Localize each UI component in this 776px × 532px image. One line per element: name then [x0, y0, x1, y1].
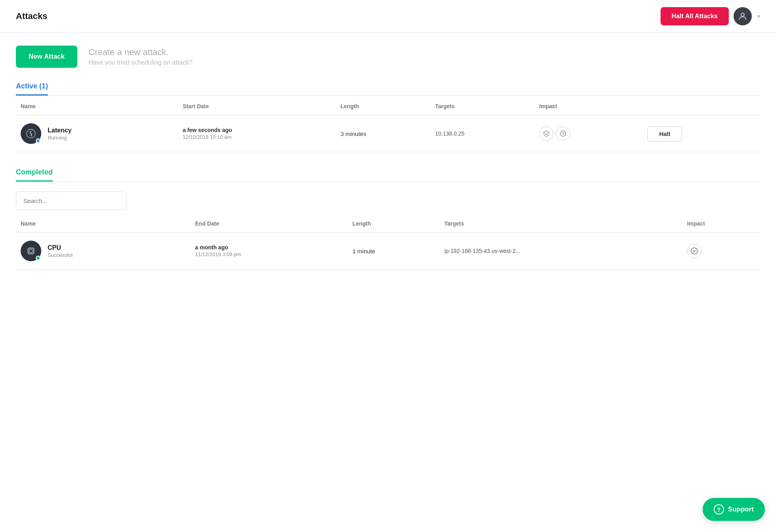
new-attack-info: Create a new attack. Have you tried sche… — [88, 47, 192, 66]
main-content: New Attack Create a new attack. Have you… — [0, 33, 776, 282]
col-start-date: Start Date — [178, 96, 336, 115]
new-attack-heading: Create a new attack. — [88, 47, 192, 57]
status-dot — [36, 138, 40, 143]
header-right: Halt All Attacks ▾ — [661, 7, 760, 25]
completed-table-row: CPU Successful a month ago 11/12/2019 3:… — [16, 233, 760, 270]
col-impact-c: Impact — [682, 213, 760, 233]
search-input[interactable] — [16, 191, 127, 210]
col-length-c: Length — [348, 213, 440, 233]
impact-cell — [534, 115, 643, 152]
length-cell-c: 1 minute — [348, 233, 440, 270]
attack-name: Latency — [48, 127, 71, 134]
svg-point-0 — [741, 13, 744, 16]
start-date: 12/10/2019 10:10 am — [182, 134, 231, 140]
search-box — [16, 191, 760, 210]
col-length: Length — [336, 96, 430, 115]
new-attack-subtext: Have you tried scheduling an attack? — [88, 59, 192, 66]
user-avatar[interactable] — [734, 7, 752, 25]
end-relative: a month ago — [195, 244, 343, 251]
svg-point-2 — [30, 133, 32, 135]
completed-table-header-row: Name End Date Length Targets Impact — [16, 213, 760, 233]
user-menu-chevron[interactable]: ▾ — [757, 13, 760, 19]
user-icon — [738, 11, 747, 21]
active-table-row: Latency Running a few seconds ago 12/10/… — [16, 115, 760, 152]
gear-button[interactable] — [687, 244, 701, 258]
col-targets: Targets — [430, 96, 534, 115]
impact-cell-c — [682, 233, 760, 270]
completed-section: Completed Name End Date Length Targets I… — [16, 168, 760, 270]
page-title: Attacks — [16, 11, 47, 21]
length-cell: 3 minutes — [336, 115, 430, 152]
targets-cell-c: ip-192-168-135-43.us-west-2... — [440, 233, 682, 270]
col-end-date: End Date — [190, 213, 348, 233]
layers-icon — [539, 126, 553, 141]
new-attack-section: New Attack Create a new attack. Have you… — [16, 46, 760, 68]
col-name: Name — [16, 96, 178, 115]
completed-table: Name End Date Length Targets Impact — [16, 213, 760, 270]
end-date-cell: a month ago 11/12/2019 3:08 pm — [190, 233, 348, 270]
start-relative: a few seconds ago — [182, 127, 331, 133]
col-action — [643, 96, 760, 115]
active-tab-label[interactable]: Active (1) — [16, 82, 48, 96]
end-date: 11/12/2019 3:08 pm — [195, 251, 241, 257]
attack-status-c: Successful — [48, 252, 73, 258]
svg-point-19 — [693, 250, 695, 252]
col-impact: Impact — [534, 96, 643, 115]
svg-marker-3 — [544, 131, 549, 135]
attack-name-text: Latency Running — [48, 127, 71, 141]
attack-icon-c — [21, 241, 41, 261]
attack-icon — [21, 123, 41, 144]
attack-name-c: CPU — [48, 244, 61, 251]
svg-rect-6 — [29, 249, 33, 253]
attack-name-cell: Latency Running — [16, 115, 178, 152]
top-header: Attacks Halt All Attacks ▾ — [0, 0, 776, 33]
attack-name-cell-c: CPU Successful — [16, 233, 190, 270]
halt-cell: Halt — [643, 115, 760, 152]
new-attack-button[interactable]: New Attack — [16, 46, 77, 68]
active-table: Name Start Date Length Targets Impact La… — [16, 96, 760, 152]
halt-all-button[interactable]: Halt All Attacks — [661, 7, 729, 25]
active-tab: Active (1) — [16, 82, 760, 96]
clock-icon — [556, 126, 570, 141]
attack-name-text-c: CPU Successful — [48, 244, 73, 258]
targets-cell: 10.138.0.25 — [430, 115, 534, 152]
status-dot-c — [36, 256, 40, 260]
completed-tab: Completed — [16, 168, 760, 182]
col-name-c: Name — [16, 213, 190, 233]
start-date-cell: a few seconds ago 12/10/2019 10:10 am — [178, 115, 336, 152]
col-targets-c: Targets — [440, 213, 682, 233]
completed-divider — [16, 182, 760, 182]
svg-rect-5 — [28, 248, 34, 254]
attack-status: Running — [48, 135, 71, 141]
halt-button[interactable]: Halt — [647, 126, 682, 142]
completed-tab-label[interactable]: Completed — [16, 168, 53, 182]
active-table-header-row: Name Start Date Length Targets Impact — [16, 96, 760, 115]
